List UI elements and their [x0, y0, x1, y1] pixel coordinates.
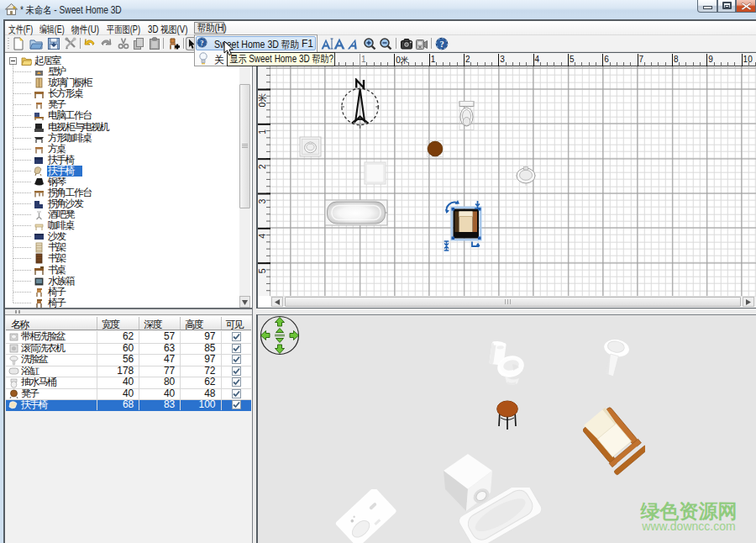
svg-text:1: 1 [258, 129, 267, 134]
svg-text:?: ? [200, 39, 203, 47]
svg-text:0米: 0米 [258, 93, 267, 108]
svg-text:3: 3 [258, 198, 267, 203]
svg-text:5: 5 [258, 268, 267, 273]
svg-text:2: 2 [258, 164, 267, 169]
svg-text:4: 4 [258, 234, 267, 239]
svg-text:?: ? [439, 40, 444, 49]
